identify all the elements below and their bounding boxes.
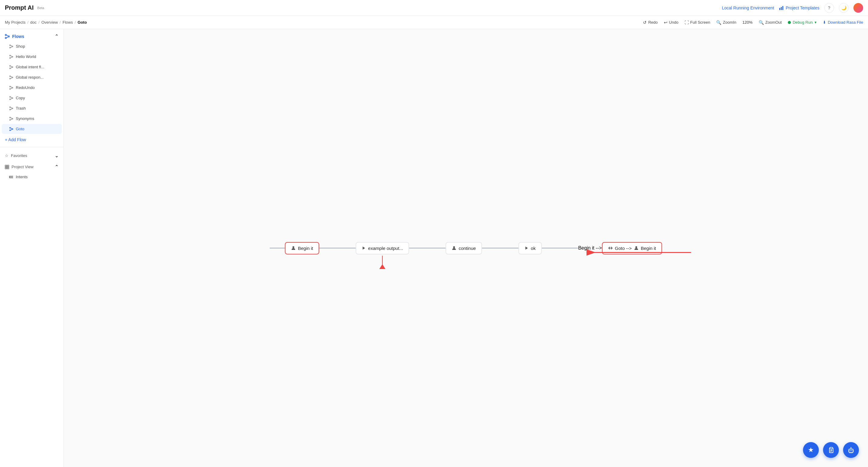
zoomout-button[interactable]: 🔍 ZoomOut: [759, 20, 782, 25]
debug-status-dot: [788, 21, 791, 24]
flow-item-icon: [9, 44, 13, 49]
favorites-chevron-icon: ⌄: [55, 153, 59, 158]
node-ok[interactable]: ok: [519, 242, 542, 254]
svg-line-37: [11, 98, 12, 99]
svg-line-47: [11, 119, 12, 120]
svg-point-43: [10, 117, 11, 118]
user-avatar[interactable]: [854, 3, 863, 13]
svg-point-63: [453, 246, 455, 248]
favorites-section-header[interactable]: ☆ Favorites ⌄: [0, 149, 63, 160]
robot-icon: [848, 447, 854, 453]
sidebar-item-synonyms[interactable]: Synonyms: [2, 114, 62, 124]
flows-section-title: Flows: [5, 34, 24, 39]
help-button[interactable]: ?: [824, 3, 834, 13]
debug-run-button[interactable]: Debug Run ▾: [788, 20, 817, 25]
svg-line-7: [6, 37, 8, 38]
breadcrumb-my-projects[interactable]: My Projects: [5, 20, 26, 25]
svg-point-15: [10, 57, 11, 58]
arrow-up-indicator: [379, 256, 385, 270]
svg-rect-56: [7, 167, 9, 169]
zoomout-icon: 🔍: [759, 20, 764, 25]
svg-point-19: [12, 66, 13, 67]
sidebar-item-global-intent[interactable]: Global intent fl...: [2, 62, 62, 72]
svg-rect-2: [782, 6, 783, 10]
robot-fab-button[interactable]: [843, 442, 859, 458]
clipboard-fab-button[interactable]: [823, 442, 839, 458]
svg-point-4: [8, 36, 9, 37]
project-view-icon: [5, 165, 9, 169]
svg-line-12: [11, 47, 12, 48]
sidebar-item-trash[interactable]: Trash: [2, 103, 62, 113]
download-rasa-button[interactable]: ⬇ Download Rasa File: [823, 20, 863, 25]
svg-point-40: [10, 109, 11, 110]
connector-1: [319, 248, 355, 248]
app-branding: Prompt AI Beta: [5, 4, 44, 11]
sidebar-item-hello-world[interactable]: Hello World: [2, 52, 62, 62]
svg-line-42: [11, 109, 12, 110]
breadcrumb-overview[interactable]: Overview: [41, 20, 58, 25]
svg-point-33: [10, 96, 11, 97]
svg-line-26: [11, 76, 12, 77]
sidebar-item-redo-undo[interactable]: RedoUndo: [2, 83, 62, 93]
local-env-link[interactable]: Local Running Environment: [722, 5, 774, 10]
svg-point-8: [10, 44, 11, 45]
sidebar-item-intents[interactable]: Intents: [2, 172, 62, 182]
svg-point-10: [10, 47, 11, 48]
bar-chart-icon: [779, 5, 784, 10]
project-view-chevron-icon: ⌃: [55, 164, 59, 170]
person3-icon: [634, 246, 639, 250]
svg-point-24: [12, 77, 13, 78]
node-goto-begin[interactable]: Goto --> Begin it: [602, 242, 662, 254]
zoomin-button[interactable]: 🔍 ZoomIn: [716, 20, 736, 25]
add-flow-button[interactable]: + Add Flow: [0, 134, 63, 145]
flow-item-icon: [9, 86, 13, 90]
node-begin-it[interactable]: Begin it: [285, 242, 319, 254]
project-templates-link[interactable]: Project Templates: [779, 5, 819, 10]
flow-item-icon: [9, 96, 13, 100]
flows-section-header[interactable]: Flows ⌃: [0, 29, 63, 41]
project-view-section-title: Project View: [5, 164, 33, 169]
connector-3: [482, 248, 519, 248]
undo-icon: ↩: [664, 20, 668, 25]
svg-line-32: [11, 88, 12, 89]
svg-rect-72: [849, 449, 853, 453]
node-continue[interactable]: continue: [445, 242, 482, 254]
svg-rect-0: [779, 8, 780, 10]
app-title: Prompt AI: [5, 4, 34, 11]
flow-items-list: Shop Hello World Global intent fl... Glo…: [0, 41, 63, 134]
svg-line-51: [11, 128, 12, 129]
undo-button[interactable]: ↩ Undo: [664, 20, 679, 25]
play-icon: [362, 246, 366, 250]
flow-diagram: Begin it example output...: [64, 29, 868, 467]
dark-mode-button[interactable]: 🌙: [839, 3, 848, 13]
sidebar-item-global-respon[interactable]: Global respon...: [2, 72, 62, 82]
flow-item-icon: [9, 55, 13, 59]
svg-point-25: [10, 78, 11, 79]
breadcrumb-flows[interactable]: Flows: [63, 20, 73, 25]
project-view-section-header[interactable]: Project View ⌃: [0, 160, 63, 172]
svg-point-44: [12, 118, 13, 119]
flows-collapse-icon: ⌃: [55, 33, 59, 39]
sidebar-item-copy[interactable]: Copy: [2, 93, 62, 103]
svg-rect-54: [7, 165, 9, 167]
sidebar: Flows ⌃ Shop Hello World: [0, 29, 64, 467]
start-connector: [270, 248, 285, 248]
svg-point-20: [10, 68, 11, 69]
star-fab-button[interactable]: ★: [803, 442, 819, 458]
redo-button[interactable]: ↺ Redo: [643, 20, 657, 25]
sidebar-item-goto[interactable]: Goto: [2, 124, 62, 134]
flows-icon: [5, 34, 10, 39]
fullscreen-button[interactable]: ⛶ Full Screen: [685, 20, 710, 25]
sidebar-item-shop[interactable]: Shop: [2, 41, 62, 51]
svg-line-11: [11, 45, 12, 46]
main-layout: Flows ⌃ Shop Hello World: [0, 29, 868, 467]
breadcrumb-doc[interactable]: doc: [30, 20, 37, 25]
node-example-output[interactable]: example output...: [355, 242, 409, 254]
svg-line-22: [11, 67, 12, 68]
svg-point-13: [10, 55, 11, 56]
svg-line-16: [11, 56, 12, 57]
flow-canvas[interactable]: Begin it example output...: [64, 29, 868, 467]
svg-point-61: [292, 246, 294, 248]
svg-point-74: [851, 450, 852, 451]
svg-point-23: [10, 75, 11, 76]
